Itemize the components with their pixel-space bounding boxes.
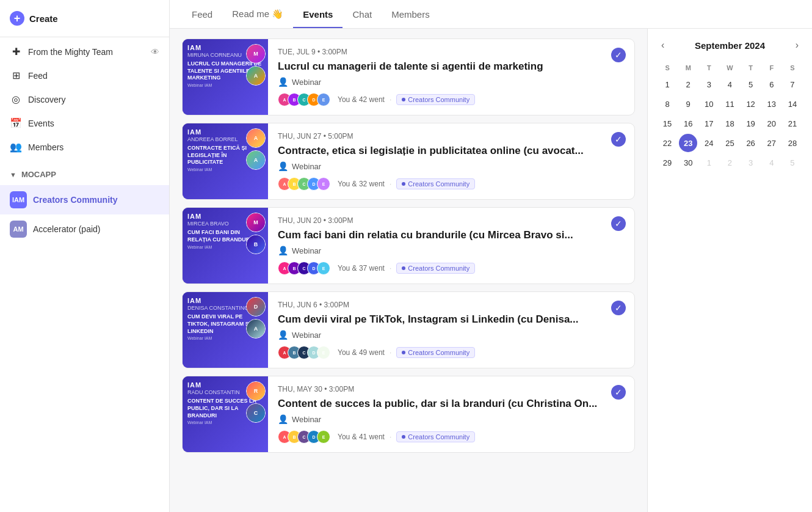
separator: · [390,264,391,272]
cal-day[interactable]: 29 [658,153,676,172]
event-card[interactable]: IAM MIRCEA BRAVO CUM FACI BANI DIN RELAȚ… [182,207,635,284]
cal-day[interactable]: 2 [679,75,697,93]
tab-feed[interactable]: Feed [182,1,222,28]
thumb-avatar-1: M [246,44,266,64]
community-tag-label: Creators Community [408,349,469,356]
cal-day[interactable]: 30 [679,153,697,172]
cal-day[interactable]: 19 [742,114,760,133]
cal-day[interactable]: 7 [783,75,802,93]
cal-day: 2 [720,153,739,172]
event-footer: ABCDE You & 42 went · Creators Community [278,93,625,106]
sidebar-item-from-mighty[interactable]: ✚ From the Mighty Team 👁 [0,40,169,64]
event-type-label: Webinar [292,246,321,255]
sidebar-item-creators-community[interactable]: IAM Creators Community [0,185,169,214]
event-title: Contracte, etica si legislație in public… [278,144,625,158]
attended-check: ✓ [611,48,626,62]
calendar-prev-button[interactable]: ‹ [658,38,668,52]
tab-events[interactable]: Events [293,1,343,28]
attendee-avatars: ABCDE [278,346,327,359]
thumb-avatar-2: A [246,150,266,170]
cal-day[interactable]: 26 [742,134,760,152]
cal-day[interactable]: 21 [783,114,802,133]
sidebar-item-events[interactable]: 📅 Events [0,111,169,135]
cal-day-header: M [678,62,698,74]
cal-day: 3 [742,153,760,172]
webinar-icon: 👤 [278,77,288,87]
event-date: THU, JUN 27 • 5:00PM [278,132,625,141]
events-icon: 📅 [10,117,22,129]
event-info: THU, MAY 30 • 3:00PM Content de succes l… [268,376,634,452]
create-plus-icon: + [10,11,24,26]
eye-icon[interactable]: 👁 [151,47,159,57]
cal-day[interactable]: 16 [679,114,697,133]
event-card[interactable]: IAM RADU CONSTANTIN CONTENT DE SUCCES LA… [182,376,635,453]
cal-day[interactable]: 11 [720,95,739,113]
attendee-avatars: ABCDE [278,261,327,275]
calendar-grid: SMTWTFS123456789101112131415161718192021… [658,62,802,172]
sidebar-item-accelerator-paid[interactable]: AM Accelerator (paid) [0,214,169,244]
cal-day[interactable]: 10 [700,95,718,113]
event-footer: ABCDE You & 32 went · Creators Community [278,177,625,191]
sidebar-item-label: Events [28,119,159,128]
cal-day-header: W [720,62,739,74]
went-text: You & 37 went [338,264,385,272]
cal-day[interactable]: 5 [742,75,760,93]
sidebar-item-label: Members [28,142,159,152]
event-type: 👤 Webinar [278,77,625,87]
community-tag-dot [402,266,405,270]
cal-day[interactable]: 1 [658,75,676,93]
cal-day[interactable]: 12 [742,95,760,113]
event-card[interactable]: IAM ANDREEA BORREL CONTRACTE ETICĂ ȘI LE… [182,123,635,200]
community-abbr: IAM [12,196,24,203]
nav-section: ✚ From the Mighty Team 👁 ⊞ Feed ◎ Discov… [0,37,169,161]
tab-chat[interactable]: Chat [343,1,382,28]
tab-members[interactable]: Members [382,1,440,28]
cal-day: 1 [700,153,718,172]
sidebar-item-feed[interactable]: ⊞ Feed [0,64,169,87]
members-icon: 👥 [10,141,22,153]
group-header[interactable]: ▼ MOCAPP [0,164,169,185]
community-tag: Creators Community [396,347,475,358]
tab-read-me[interactable]: Read me 👋 [222,0,293,28]
community-tag-label: Creators Community [408,96,469,103]
thumb-avatar-row: A A [246,128,266,170]
webinar-icon: 👤 [278,414,288,424]
sidebar-item-label: Feed [28,71,159,81]
community-tag-label: Creators Community [408,180,469,188]
thumb-avatar-2: C [246,403,266,423]
event-date: THU, JUN 20 • 3:00PM [278,216,625,225]
event-type: 👤 Webinar [278,161,625,171]
sidebar-item-members[interactable]: 👥 Members [0,135,169,159]
cal-day-header: S [658,62,677,74]
event-footer: ABCDE You & 49 went · Creators Community [278,346,625,359]
cal-day[interactable]: 18 [720,114,739,133]
cal-day[interactable]: 3 [700,75,718,93]
thumb-avatar-1: D [246,297,266,316]
community-tag-dot [402,435,405,439]
calendar-next-button[interactable]: › [792,38,802,52]
cal-day[interactable]: 14 [783,95,802,113]
cal-day[interactable]: 22 [658,134,676,152]
cal-day[interactable]: 13 [763,95,781,113]
webinar-icon: 👤 [278,246,288,255]
event-card[interactable]: IAM MIRUNA CORNEANU LUCRUL CU MANAGERII … [182,38,635,115]
create-button[interactable]: + Create [10,7,58,29]
cal-day[interactable]: 28 [783,134,802,152]
cal-day[interactable]: 24 [700,134,718,152]
cal-day[interactable]: 25 [720,134,739,152]
cal-day[interactable]: 17 [700,114,718,133]
thumb-avatar-row: M A [246,44,266,86]
cal-day[interactable]: 4 [720,75,739,93]
cal-day[interactable]: 15 [658,114,676,133]
sidebar-item-discovery[interactable]: ◎ Discovery [0,87,169,111]
cal-day[interactable]: 6 [763,75,781,93]
event-card[interactable]: IAM DENISA CONSTANTINOU CUM DEVII VIRAL … [182,291,635,368]
cal-day[interactable]: 8 [658,95,676,113]
event-thumbnail: IAM RADU CONSTANTIN CONTENT DE SUCCES LA… [183,376,268,452]
thumb-avatar-1: A [246,128,266,148]
cal-day[interactable]: 27 [763,134,781,152]
cal-day[interactable]: 9 [679,95,697,113]
tabs-bar: Feed Read me 👋 Events Chat Members [170,0,812,29]
cal-day[interactable]: 23 [679,134,697,152]
cal-day[interactable]: 20 [763,114,781,133]
